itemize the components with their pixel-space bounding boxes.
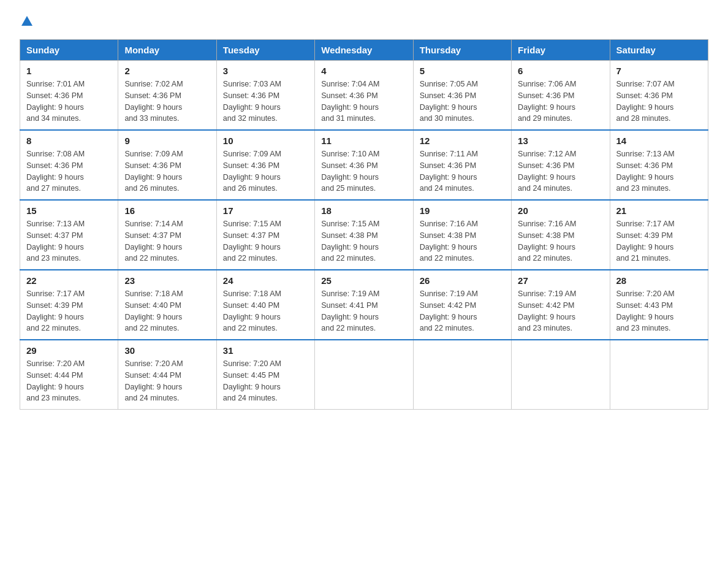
day-number: 5 [420,66,505,76]
day-info: Sunrise: 7:17 AM Sunset: 4:39 PM Dayligh… [26,288,112,334]
day-info: Sunrise: 7:09 AM Sunset: 4:36 PM Dayligh… [124,148,210,194]
calendar-cell: 24 Sunrise: 7:18 AM Sunset: 4:40 PM Dayl… [216,270,314,340]
day-info: Sunrise: 7:20 AM Sunset: 4:44 PM Dayligh… [26,358,112,404]
calendar-cell: 15 Sunrise: 7:13 AM Sunset: 4:37 PM Dayl… [20,200,118,270]
calendar-cell: 30 Sunrise: 7:20 AM Sunset: 4:44 PM Dayl… [118,340,216,410]
calendar-cell [315,340,413,410]
day-info: Sunrise: 7:06 AM Sunset: 4:36 PM Dayligh… [518,79,603,124]
calendar-cell: 28 Sunrise: 7:20 AM Sunset: 4:43 PM Dayl… [610,270,708,340]
day-info: Sunrise: 7:20 AM Sunset: 4:43 PM Dayligh… [616,288,702,334]
svg-marker-0 [21,16,32,26]
calendar-week-row: 8 Sunrise: 7:08 AM Sunset: 4:36 PM Dayli… [20,130,708,200]
calendar-cell: 1 Sunrise: 7:01 AM Sunset: 4:36 PM Dayli… [20,61,118,131]
day-info: Sunrise: 7:20 AM Sunset: 4:44 PM Dayligh… [124,358,210,404]
day-number: 3 [223,66,308,76]
weekday-header-row: SundayMondayTuesdayWednesdayThursdayFrid… [20,40,708,61]
calendar-cell: 2 Sunrise: 7:02 AM Sunset: 4:36 PM Dayli… [118,61,216,131]
day-number: 2 [124,66,210,76]
calendar-table: SundayMondayTuesdayWednesdayThursdayFrid… [20,39,708,410]
day-info: Sunrise: 7:15 AM Sunset: 4:37 PM Dayligh… [223,218,308,264]
calendar-cell: 26 Sunrise: 7:19 AM Sunset: 4:42 PM Dayl… [413,270,511,340]
calendar-cell [413,340,511,410]
calendar-cell: 13 Sunrise: 7:12 AM Sunset: 4:36 PM Dayl… [512,130,610,200]
calendar-cell: 29 Sunrise: 7:20 AM Sunset: 4:44 PM Dayl… [20,340,118,410]
day-info: Sunrise: 7:03 AM Sunset: 4:36 PM Dayligh… [223,79,308,124]
day-info: Sunrise: 7:10 AM Sunset: 4:36 PM Dayligh… [321,148,406,194]
logo-triangle-icon [20,15,34,28]
calendar-cell: 12 Sunrise: 7:11 AM Sunset: 4:36 PM Dayl… [413,130,511,200]
weekday-header-friday: Friday [512,40,610,61]
day-number: 10 [223,136,308,146]
day-number: 27 [518,275,603,286]
day-info: Sunrise: 7:17 AM Sunset: 4:39 PM Dayligh… [616,218,702,264]
calendar-week-row: 15 Sunrise: 7:13 AM Sunset: 4:37 PM Dayl… [20,200,708,270]
day-info: Sunrise: 7:01 AM Sunset: 4:36 PM Dayligh… [26,79,112,124]
calendar-cell: 11 Sunrise: 7:10 AM Sunset: 4:36 PM Dayl… [315,130,413,200]
day-number: 19 [420,205,505,216]
day-info: Sunrise: 7:15 AM Sunset: 4:38 PM Dayligh… [321,218,406,264]
day-info: Sunrise: 7:13 AM Sunset: 4:36 PM Dayligh… [616,148,702,194]
calendar-cell: 14 Sunrise: 7:13 AM Sunset: 4:36 PM Dayl… [610,130,708,200]
calendar-cell: 5 Sunrise: 7:05 AM Sunset: 4:36 PM Dayli… [413,61,511,131]
calendar-cell [512,340,610,410]
day-info: Sunrise: 7:16 AM Sunset: 4:38 PM Dayligh… [420,218,505,264]
day-number: 9 [124,136,210,146]
weekday-header-sunday: Sunday [20,40,118,61]
day-info: Sunrise: 7:04 AM Sunset: 4:36 PM Dayligh… [321,79,406,124]
day-info: Sunrise: 7:12 AM Sunset: 4:36 PM Dayligh… [518,148,603,194]
day-number: 7 [616,66,702,76]
weekday-header-saturday: Saturday [610,40,708,61]
day-number: 6 [518,66,603,76]
day-number: 30 [124,345,210,356]
weekday-header-monday: Monday [118,40,216,61]
calendar-week-row: 1 Sunrise: 7:01 AM Sunset: 4:36 PM Dayli… [20,61,708,131]
day-info: Sunrise: 7:16 AM Sunset: 4:38 PM Dayligh… [518,218,603,264]
calendar-cell: 4 Sunrise: 7:04 AM Sunset: 4:36 PM Dayli… [315,61,413,131]
day-info: Sunrise: 7:05 AM Sunset: 4:36 PM Dayligh… [420,79,505,124]
day-number: 25 [321,275,406,286]
calendar-cell: 25 Sunrise: 7:19 AM Sunset: 4:41 PM Dayl… [315,270,413,340]
day-number: 13 [518,136,603,146]
weekday-header-wednesday: Wednesday [315,40,413,61]
calendar-cell: 9 Sunrise: 7:09 AM Sunset: 4:36 PM Dayli… [118,130,216,200]
day-info: Sunrise: 7:19 AM Sunset: 4:42 PM Dayligh… [518,288,603,334]
calendar-week-row: 22 Sunrise: 7:17 AM Sunset: 4:39 PM Dayl… [20,270,708,340]
logo [20,15,34,28]
day-number: 28 [616,275,702,286]
day-info: Sunrise: 7:08 AM Sunset: 4:36 PM Dayligh… [26,148,112,194]
calendar-week-row: 29 Sunrise: 7:20 AM Sunset: 4:44 PM Dayl… [20,340,708,410]
day-number: 8 [26,136,112,146]
page-header [20,15,708,28]
day-number: 17 [223,205,308,216]
day-number: 12 [420,136,505,146]
calendar-cell [610,340,708,410]
day-number: 18 [321,205,406,216]
day-number: 15 [26,205,112,216]
calendar-cell: 6 Sunrise: 7:06 AM Sunset: 4:36 PM Dayli… [512,61,610,131]
day-number: 20 [518,205,603,216]
calendar-cell: 17 Sunrise: 7:15 AM Sunset: 4:37 PM Dayl… [216,200,314,270]
day-info: Sunrise: 7:13 AM Sunset: 4:37 PM Dayligh… [26,218,112,264]
day-number: 14 [616,136,702,146]
weekday-header-tuesday: Tuesday [216,40,314,61]
calendar-cell: 23 Sunrise: 7:18 AM Sunset: 4:40 PM Dayl… [118,270,216,340]
calendar-cell: 8 Sunrise: 7:08 AM Sunset: 4:36 PM Dayli… [20,130,118,200]
calendar-cell: 3 Sunrise: 7:03 AM Sunset: 4:36 PM Dayli… [216,61,314,131]
day-number: 29 [26,345,112,356]
day-info: Sunrise: 7:20 AM Sunset: 4:45 PM Dayligh… [223,358,308,404]
day-info: Sunrise: 7:19 AM Sunset: 4:41 PM Dayligh… [321,288,406,334]
day-number: 23 [124,275,210,286]
weekday-header-thursday: Thursday [413,40,511,61]
calendar-cell: 10 Sunrise: 7:09 AM Sunset: 4:36 PM Dayl… [216,130,314,200]
day-info: Sunrise: 7:07 AM Sunset: 4:36 PM Dayligh… [616,79,702,124]
day-info: Sunrise: 7:18 AM Sunset: 4:40 PM Dayligh… [223,288,308,334]
calendar-cell: 19 Sunrise: 7:16 AM Sunset: 4:38 PM Dayl… [413,200,511,270]
day-number: 21 [616,205,702,216]
day-number: 24 [223,275,308,286]
day-number: 11 [321,136,406,146]
day-info: Sunrise: 7:09 AM Sunset: 4:36 PM Dayligh… [223,148,308,194]
day-number: 22 [26,275,112,286]
day-number: 4 [321,66,406,76]
calendar-cell: 22 Sunrise: 7:17 AM Sunset: 4:39 PM Dayl… [20,270,118,340]
day-info: Sunrise: 7:14 AM Sunset: 4:37 PM Dayligh… [124,218,210,264]
